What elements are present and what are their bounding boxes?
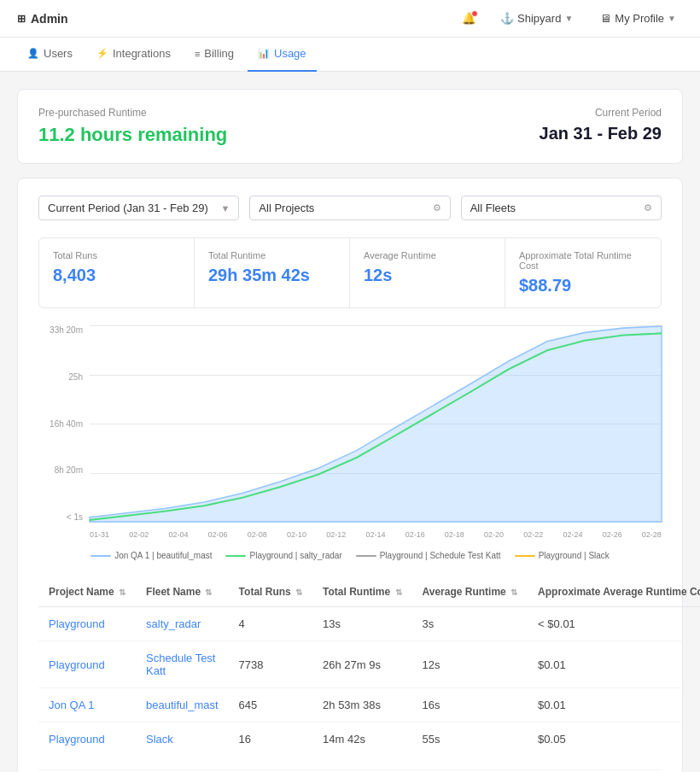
col-project-label: Project Name [49, 586, 114, 598]
admin-icon: ⊞ [17, 13, 26, 25]
col-cost-label: Approximate Average Runtime Cost [538, 586, 700, 598]
x-label-9: 02-18 [445, 530, 464, 539]
app-title: Admin [31, 12, 68, 26]
settings-icon: ⚙ [433, 202, 441, 213]
chart-area-blue [90, 326, 662, 522]
shipyard-label: Shipyard [517, 12, 561, 25]
tab-users[interactable]: 👤 Users [17, 38, 83, 72]
table-header-row: Project Name ⇅ Fleet Name ⇅ Total Runs ⇅… [38, 577, 700, 607]
col-fleet: Fleet Name ⇅ [136, 577, 229, 607]
current-period-label: Current Period [540, 107, 662, 119]
fleet-link-1[interactable]: Schedule Test Katt [146, 652, 215, 677]
app-logo: ⊞ Admin [17, 12, 68, 26]
period-filter-label: Current Period (Jan 31 - Feb 29) [48, 202, 208, 214]
fleet-link-0[interactable]: salty_radar [146, 617, 201, 630]
cell-runtime-3: 14m 42s [312, 722, 411, 757]
col-runs-label: Total Runs [239, 586, 291, 598]
header-actions: 🔔 ⚓ Shipyard ▼ 🖥 My Profile ▼ [458, 9, 683, 28]
chevron-down-icon: ▼ [564, 14, 573, 23]
app-header: ⊞ Admin 🔔 ⚓ Shipyard ▼ 🖥 My Profile ▼ [0, 0, 700, 38]
x-label-6: 02-12 [326, 530, 346, 539]
shipyard-icon: ⚓ [500, 12, 514, 25]
x-label-1: 02-02 [129, 530, 149, 539]
sort-icon-runs[interactable]: ⇅ [295, 588, 302, 597]
sort-icon-avg[interactable]: ⇅ [510, 588, 517, 597]
col-avg-runtime: Average Runtime ⇅ [412, 577, 528, 607]
chart-canvas [90, 325, 662, 522]
tab-usage[interactable]: 📊 Usage [248, 38, 317, 72]
sort-icon-project[interactable]: ⇅ [119, 588, 125, 597]
fleet-link-3[interactable]: Slack [146, 733, 173, 746]
period-filter[interactable]: Current Period (Jan 31 - Feb 29) ▼ [38, 196, 239, 220]
nav-tabs: 👤 Users ⚡ Integrations ≡ Billing 📊 Usage [0, 38, 700, 72]
stat-total-runs-value: 8,403 [53, 266, 180, 285]
fleet-filter[interactable]: All Fleets ⚙ [461, 196, 662, 220]
cell-fleet-2: beautiful_mast [136, 688, 229, 722]
chevron-down-icon-3: ▼ [220, 203, 230, 213]
legend-item-3: Playground | Slack [515, 551, 610, 560]
stat-cost: Approximate Total Runtime Cost $88.79 [505, 238, 661, 307]
stat-total-runs-label: Total Runs [53, 250, 180, 260]
chart-x-labels: 01-31 02-02 02-04 02-06 02-08 02-10 02-1… [90, 522, 662, 547]
cell-runs-2: 645 [229, 688, 312, 722]
fleet-filter-label: All Fleets [470, 202, 516, 214]
project-link-3[interactable]: Playground [49, 733, 105, 746]
cell-fleet-3: Slack [136, 722, 229, 757]
y-label-4: < 1s [38, 512, 90, 522]
x-label-0: 01-31 [90, 530, 109, 539]
filters-row: Current Period (Jan 31 - Feb 29) ▼ All P… [38, 196, 662, 220]
col-runtime: Total Runtime ⇅ [312, 577, 411, 607]
x-label-4: 02-08 [248, 530, 267, 539]
cell-avg-2: 16s [412, 688, 528, 722]
billing-icon: ≡ [195, 49, 200, 59]
usage-icon: 📊 [258, 48, 270, 59]
legend-item-0: Jon QA 1 | beautiful_mast [90, 551, 212, 560]
notifications-button[interactable]: 🔔 [458, 9, 480, 28]
cell-project-2: Jon QA 1 [38, 688, 136, 722]
runtime-card: Pre-purchased Runtime 11.2 hours remaini… [17, 89, 683, 164]
tab-usage-label: Usage [274, 47, 306, 60]
sort-icon-runtime[interactable]: ⇅ [395, 588, 402, 597]
x-label-11: 02-22 [523, 530, 543, 539]
col-project: Project Name ⇅ [38, 577, 136, 607]
tab-integrations[interactable]: ⚡ Integrations [86, 38, 181, 72]
cell-cost-2: $0.01 [528, 688, 700, 722]
fleet-link-2[interactable]: beautiful_mast [146, 699, 219, 711]
cell-fleet-0: salty_radar [136, 607, 229, 641]
stat-cost-label: Approximate Total Runtime Cost [519, 250, 647, 271]
profile-label: My Profile [615, 12, 664, 25]
project-link-1[interactable]: Playground [49, 658, 105, 671]
sort-icon-fleet[interactable]: ⇅ [205, 588, 212, 597]
x-label-5: 02-10 [287, 530, 306, 539]
cell-cost-0: < $0.01 [528, 607, 700, 641]
cell-project-3: Playground [38, 722, 136, 757]
tab-billing-label: Billing [204, 47, 234, 60]
x-label-13: 02-26 [603, 530, 622, 539]
project-link-0[interactable]: Playground [49, 617, 105, 630]
project-link-2[interactable]: Jon QA 1 [49, 699, 94, 711]
legend-item-2: Playground | Schedule Test Katt [356, 551, 501, 560]
profile-icon: 🖥 [600, 12, 611, 25]
table-row: Playground salty_radar 4 13s 3s < $0.01 [38, 607, 700, 641]
users-icon: 👤 [27, 48, 39, 59]
y-label-1: 25h [38, 372, 90, 382]
data-table: Project Name ⇅ Fleet Name ⇅ Total Runs ⇅… [38, 577, 700, 756]
project-filter[interactable]: All Projects ⚙ [249, 196, 450, 220]
cell-cost-3: $0.05 [528, 722, 700, 757]
profile-menu[interactable]: 🖥 My Profile ▼ [593, 9, 683, 28]
cell-avg-0: 3s [412, 607, 528, 641]
cell-runtime-1: 26h 27m 9s [312, 641, 411, 688]
table-row: Playground Schedule Test Katt 7738 26h 2… [38, 641, 700, 688]
legend-color-3 [515, 555, 535, 557]
chart-svg [90, 325, 662, 522]
integrations-icon: ⚡ [96, 48, 108, 59]
tab-users-label: Users [44, 47, 73, 60]
stats-row: Total Runs 8,403 Total Runtime 29h 35m 4… [38, 237, 662, 308]
shipyard-menu[interactable]: ⚓ Shipyard ▼ [493, 9, 580, 28]
legend-label-0: Jon QA 1 | beautiful_mast [114, 551, 212, 560]
x-label-8: 02-16 [405, 530, 425, 539]
cell-runs-1: 7738 [229, 641, 312, 688]
tab-billing[interactable]: ≡ Billing [184, 38, 244, 72]
col-avg-runtime-label: Average Runtime [423, 586, 506, 598]
chevron-down-icon-2: ▼ [668, 14, 676, 23]
